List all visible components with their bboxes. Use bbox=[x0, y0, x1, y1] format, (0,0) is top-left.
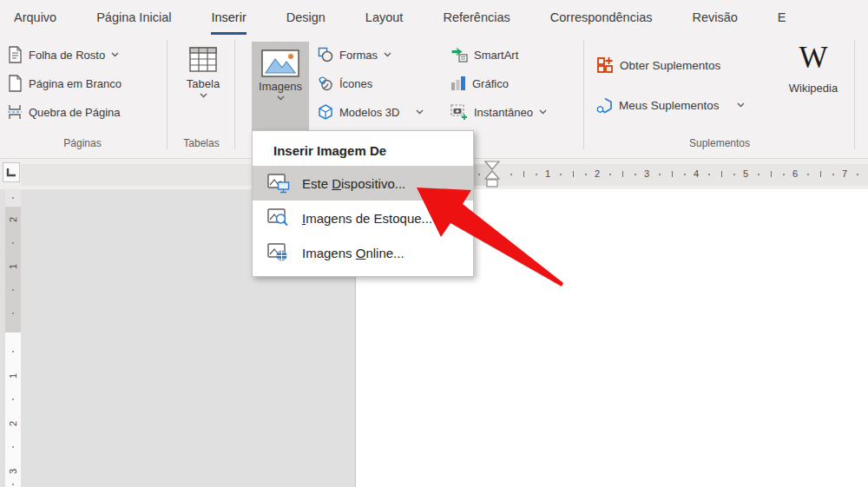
smartart-label: SmartArt bbox=[474, 49, 518, 62]
tabela-button[interactable]: Tabela bbox=[174, 42, 233, 98]
formas-button[interactable]: Formas bbox=[318, 43, 391, 66]
icones-button[interactable]: Ícones bbox=[318, 72, 372, 95]
obter-suplementos-button[interactable]: Obter Suplementos bbox=[596, 54, 720, 76]
obter-suplementos-label: Obter Suplementos bbox=[620, 59, 720, 72]
group-label-paginas: Páginas bbox=[0, 137, 165, 149]
imagens-label: Imagens bbox=[259, 80, 302, 93]
chevron-down-icon bbox=[111, 52, 119, 57]
chevron-down-icon bbox=[200, 93, 207, 98]
tab-exibir-clipped[interactable]: E bbox=[778, 0, 786, 35]
grafico-button[interactable]: Gráfico bbox=[450, 72, 509, 95]
dropdown-header: Inserir Imagem De bbox=[253, 131, 473, 166]
group-label-tabelas: Tabelas bbox=[168, 137, 234, 149]
my-addins-icon bbox=[596, 97, 613, 114]
table-icon bbox=[188, 45, 218, 75]
group-divider bbox=[583, 40, 584, 149]
cover-page-icon bbox=[7, 46, 23, 63]
chevron-down-icon[interactable] bbox=[539, 109, 547, 115]
grafico-label: Gráfico bbox=[472, 77, 509, 90]
tab-referencias[interactable]: Referências bbox=[443, 0, 510, 35]
online-pictures-icon bbox=[267, 243, 291, 263]
icons-bird-icon bbox=[318, 76, 333, 91]
shapes-icon bbox=[318, 47, 333, 63]
blank-page-icon bbox=[7, 75, 23, 92]
vertical-ruler: 21123 bbox=[5, 189, 21, 487]
pagina-em-branco-button[interactable]: Página em Branco bbox=[7, 72, 122, 95]
get-addins-icon bbox=[596, 56, 614, 74]
image-icon bbox=[261, 49, 299, 77]
group-divider bbox=[854, 40, 855, 149]
wikipedia-w-icon: W bbox=[799, 42, 827, 75]
tab-revisao[interactable]: Revisão bbox=[692, 0, 737, 35]
3d-cube-icon bbox=[318, 104, 333, 120]
modelos-3d-button[interactable]: Modelos 3D bbox=[318, 101, 424, 123]
smartart-icon bbox=[450, 47, 468, 63]
chevron-down-icon[interactable] bbox=[737, 102, 745, 108]
tab-design[interactable]: Design bbox=[286, 0, 326, 35]
menu-item-imagens-de-estoque[interactable]: Imagens de Estoque... bbox=[253, 201, 473, 235]
folha-de-rosto-label: Folha de Rosto bbox=[29, 49, 105, 62]
tabela-label: Tabela bbox=[187, 77, 220, 90]
tab-arquivo[interactable]: Arquivo bbox=[14, 0, 56, 35]
tab-inserir[interactable]: Inserir bbox=[211, 0, 246, 35]
meus-suplementos-label: Meus Suplementos bbox=[619, 99, 720, 112]
tab-stop-selector[interactable] bbox=[3, 162, 20, 182]
menu-item-label: Imagens Online... bbox=[302, 246, 404, 260]
chevron-down-icon[interactable] bbox=[416, 109, 424, 115]
group-label-suplementos: Suplementos bbox=[585, 137, 854, 149]
quebra-de-pagina-button[interactable]: Quebra de Página bbox=[7, 101, 121, 123]
group-divider bbox=[234, 40, 235, 149]
screenshot-icon bbox=[450, 104, 468, 121]
tab-correspondencias[interactable]: Correspondências bbox=[550, 0, 653, 35]
tab-pagina-inicial[interactable]: Página Inicial bbox=[96, 0, 171, 35]
picture-from-device-icon bbox=[267, 174, 291, 194]
word-window: Arquivo Página Inicial Inserir Design La… bbox=[0, 0, 868, 487]
quebra-de-pagina-label: Quebra de Página bbox=[29, 106, 121, 119]
stock-images-icon bbox=[267, 208, 291, 228]
menu-item-label: Este Dispositivo... bbox=[302, 176, 405, 191]
imagens-dropdown-menu: Inserir Imagem De Este Dispositivo... Im… bbox=[252, 130, 474, 277]
tab-layout[interactable]: Layout bbox=[365, 0, 404, 35]
smartart-button[interactable]: SmartArt bbox=[450, 43, 518, 66]
wikipedia-button[interactable]: W Wikipedia bbox=[782, 42, 845, 95]
icones-label: Ícones bbox=[339, 77, 372, 90]
folha-de-rosto-button[interactable]: Folha de Rosto bbox=[7, 43, 119, 66]
wikipedia-label: Wikipedia bbox=[789, 82, 838, 95]
chart-icon bbox=[450, 76, 466, 91]
chevron-down-icon bbox=[384, 52, 391, 57]
group-divider bbox=[167, 40, 168, 149]
meus-suplementos-button[interactable]: Meus Suplementos bbox=[596, 94, 745, 116]
indent-markers[interactable] bbox=[483, 161, 502, 192]
pagina-em-branco-label: Página em Branco bbox=[29, 77, 122, 90]
menu-item-imagens-online[interactable]: Imagens Online... bbox=[253, 235, 473, 270]
imagens-button[interactable]: Imagens bbox=[252, 42, 309, 130]
instantaneo-button[interactable]: Instantâneo bbox=[450, 101, 547, 123]
ribbon-tab-bar: Arquivo Página Inicial Inserir Design La… bbox=[0, 0, 868, 35]
instantaneo-label: Instantâneo bbox=[474, 106, 533, 119]
menu-item-label: Imagens de Estoque... bbox=[302, 211, 432, 226]
modelos-3d-label: Modelos 3D bbox=[339, 106, 399, 119]
formas-label: Formas bbox=[339, 49, 378, 62]
menu-item-este-dispositivo[interactable]: Este Dispositivo... bbox=[253, 166, 473, 201]
page-break-icon bbox=[7, 104, 23, 120]
chevron-down-icon[interactable] bbox=[277, 95, 285, 101]
